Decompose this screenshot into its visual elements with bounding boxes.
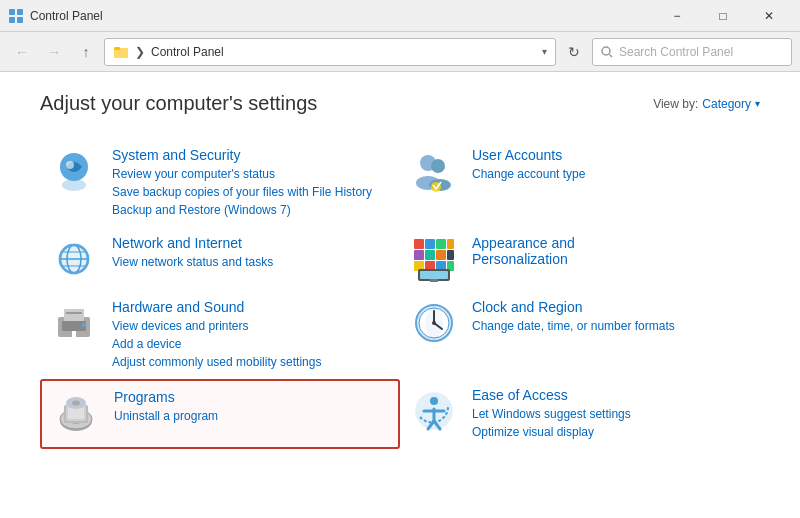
- system-security-title[interactable]: System and Security: [112, 147, 372, 163]
- category-programs[interactable]: Programs Uninstall a program: [40, 379, 400, 449]
- minimize-button[interactable]: −: [654, 0, 700, 32]
- user-accounts-icon: [410, 147, 458, 195]
- refresh-button[interactable]: ↻: [560, 38, 588, 66]
- programs-link-1[interactable]: Uninstall a program: [114, 407, 218, 425]
- window-icon: [8, 8, 24, 24]
- svg-rect-5: [114, 47, 120, 50]
- category-network[interactable]: Network and Internet View network status…: [40, 227, 400, 291]
- category-hardware[interactable]: Hardware and Sound View devices and prin…: [40, 291, 400, 379]
- view-by-chevron-icon[interactable]: ▾: [755, 98, 760, 109]
- svg-point-57: [72, 401, 80, 406]
- svg-rect-27: [414, 250, 424, 260]
- svg-rect-42: [72, 331, 76, 337]
- ease-of-access-title[interactable]: Ease of Access: [472, 387, 631, 403]
- svg-rect-24: [425, 239, 435, 249]
- clock-text: Clock and Region Change date, time, or n…: [472, 299, 675, 335]
- title-controls: − □ ✕: [654, 0, 792, 32]
- close-button[interactable]: ✕: [746, 0, 792, 32]
- svg-point-6: [602, 47, 610, 55]
- svg-rect-30: [447, 250, 454, 260]
- search-icon: [601, 46, 613, 58]
- clock-icon: [410, 299, 458, 347]
- programs-text: Programs Uninstall a program: [114, 389, 218, 425]
- svg-rect-41: [66, 312, 82, 314]
- system-security-link-1[interactable]: Review your computer's status: [112, 165, 372, 183]
- up-button[interactable]: ↑: [72, 38, 100, 66]
- ease-of-access-link-1[interactable]: Let Windows suggest settings: [472, 405, 631, 423]
- category-clock[interactable]: Clock and Region Change date, time, or n…: [400, 291, 760, 379]
- svg-rect-25: [436, 239, 446, 249]
- forward-button[interactable]: →: [40, 38, 68, 66]
- svg-rect-1: [17, 9, 23, 15]
- maximize-button[interactable]: □: [700, 0, 746, 32]
- svg-rect-2: [9, 17, 15, 23]
- category-ease-of-access[interactable]: Ease of Access Let Windows suggest setti…: [400, 379, 760, 449]
- back-button[interactable]: ←: [8, 38, 36, 66]
- network-title[interactable]: Network and Internet: [112, 235, 273, 251]
- view-by[interactable]: View by: Category ▾: [653, 97, 760, 111]
- appearance-text: Appearance andPersonalization: [472, 235, 575, 269]
- system-security-icon: [50, 147, 98, 195]
- system-security-link-2[interactable]: Save backup copies of your files with Fi…: [112, 183, 372, 201]
- svg-point-10: [66, 161, 74, 169]
- svg-rect-23: [414, 239, 424, 249]
- network-text: Network and Internet View network status…: [112, 235, 273, 271]
- view-by-value[interactable]: Category: [702, 97, 751, 111]
- title-bar-left: Control Panel: [8, 8, 103, 24]
- page-title: Adjust your computer's settings: [40, 92, 317, 115]
- address-bar: ← → ↑ ❯ Control Panel ▾ ↻ Search Control…: [0, 32, 800, 72]
- network-icon: [50, 235, 98, 283]
- programs-title[interactable]: Programs: [114, 389, 218, 405]
- user-accounts-link-1[interactable]: Change account type: [472, 165, 585, 183]
- search-field[interactable]: Search Control Panel: [592, 38, 792, 66]
- content-area: Adjust your computer's settings View by:…: [0, 72, 800, 469]
- svg-rect-28: [425, 250, 435, 260]
- address-breadcrumb: ❯: [135, 45, 145, 59]
- svg-rect-36: [420, 271, 448, 279]
- hardware-link-1[interactable]: View devices and printers: [112, 317, 321, 335]
- svg-point-59: [430, 397, 438, 405]
- category-appearance[interactable]: Appearance andPersonalization: [400, 227, 760, 291]
- programs-icon: [52, 389, 100, 437]
- address-field[interactable]: ❯ Control Panel ▾: [104, 38, 556, 66]
- view-by-label: View by:: [653, 97, 698, 111]
- ease-of-access-text: Ease of Access Let Windows suggest setti…: [472, 387, 631, 441]
- user-accounts-text: User Accounts Change account type: [472, 147, 585, 183]
- clock-link-1[interactable]: Change date, time, or number formats: [472, 317, 675, 335]
- svg-rect-37: [430, 279, 438, 282]
- svg-rect-40: [64, 309, 84, 321]
- ease-of-access-icon: [410, 387, 458, 435]
- address-text: Control Panel: [151, 45, 224, 59]
- hardware-icon: [50, 299, 98, 347]
- appearance-title[interactable]: Appearance andPersonalization: [472, 235, 575, 267]
- content-header: Adjust your computer's settings View by:…: [40, 92, 760, 115]
- svg-line-7: [610, 54, 613, 57]
- svg-rect-26: [447, 239, 454, 249]
- svg-point-43: [82, 323, 86, 327]
- folder-icon: [113, 44, 129, 60]
- ease-of-access-link-2[interactable]: Optimize visual display: [472, 423, 631, 441]
- svg-point-12: [431, 159, 445, 173]
- hardware-link-3[interactable]: Adjust commonly used mobility settings: [112, 353, 321, 371]
- clock-title[interactable]: Clock and Region: [472, 299, 675, 315]
- hardware-title[interactable]: Hardware and Sound: [112, 299, 321, 315]
- search-placeholder: Search Control Panel: [619, 45, 733, 59]
- svg-rect-29: [436, 250, 446, 260]
- hardware-text: Hardware and Sound View devices and prin…: [112, 299, 321, 371]
- system-security-link-3[interactable]: Backup and Restore (Windows 7): [112, 201, 372, 219]
- hardware-link-2[interactable]: Add a device: [112, 335, 321, 353]
- category-user-accounts[interactable]: User Accounts Change account type: [400, 139, 760, 227]
- categories-grid: System and Security Review your computer…: [40, 139, 760, 449]
- network-link-1[interactable]: View network status and tasks: [112, 253, 273, 271]
- address-dropdown-icon[interactable]: ▾: [542, 46, 547, 57]
- appearance-icon: [410, 235, 458, 283]
- svg-rect-3: [17, 17, 23, 23]
- category-system-security[interactable]: System and Security Review your computer…: [40, 139, 400, 227]
- window-title: Control Panel: [30, 9, 103, 23]
- svg-rect-0: [9, 9, 15, 15]
- system-security-text: System and Security Review your computer…: [112, 147, 372, 219]
- title-bar: Control Panel − □ ✕: [0, 0, 800, 32]
- user-accounts-title[interactable]: User Accounts: [472, 147, 585, 163]
